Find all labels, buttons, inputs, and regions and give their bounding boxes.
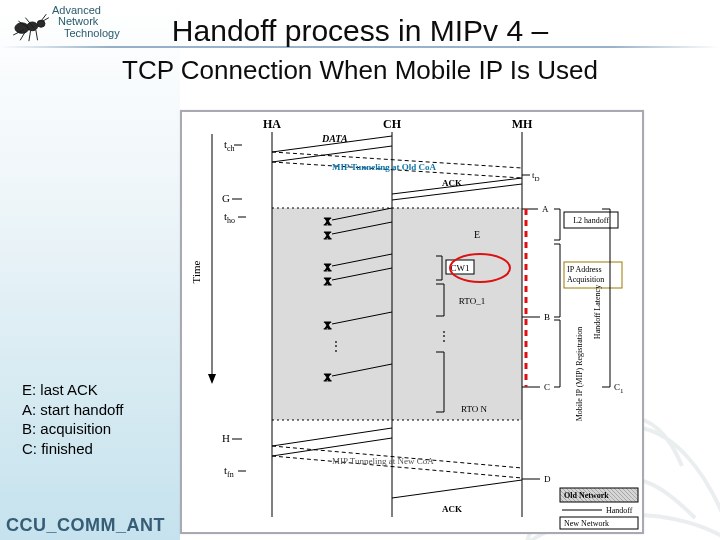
svg-text:A: A bbox=[542, 204, 549, 214]
svg-text:Acquisition: Acquisition bbox=[567, 275, 604, 284]
svg-text:Handoff Latency: Handoff Latency bbox=[593, 285, 602, 339]
svg-text:H: H bbox=[222, 432, 230, 444]
svg-text:ACK: ACK bbox=[442, 504, 462, 514]
handoff-shade bbox=[272, 208, 522, 420]
legend-box: E: last ACK A: start handoff B: acquisit… bbox=[22, 380, 123, 458]
svg-text:X: X bbox=[324, 230, 332, 241]
svg-text:Handoff: Handoff bbox=[606, 506, 633, 515]
col-ch: CH bbox=[383, 117, 402, 131]
svg-text:X: X bbox=[324, 276, 332, 287]
footer-label: CCU_COMM_ANT bbox=[6, 515, 165, 536]
slide-title-line2: TCP Connection When Mobile IP Is Used bbox=[0, 55, 720, 86]
diagram-key: Old Network Handoff New Network bbox=[560, 488, 638, 529]
svg-text:IP Address: IP Address bbox=[567, 265, 602, 274]
svg-text:B: B bbox=[544, 312, 550, 322]
time-axis: Time bbox=[190, 260, 202, 283]
svg-line-58 bbox=[272, 438, 392, 456]
legend-e: E: last ACK bbox=[22, 380, 123, 400]
svg-text:tch: tch bbox=[224, 138, 235, 153]
svg-text:MIP Tunneling at Old CoA: MIP Tunneling at Old CoA bbox=[332, 162, 437, 172]
brand-text: Advanced Network Technology bbox=[52, 5, 120, 40]
svg-text:C: C bbox=[544, 382, 550, 392]
svg-line-7 bbox=[36, 30, 38, 40]
svg-text:RTO N: RTO N bbox=[461, 404, 488, 414]
svg-text:tfn: tfn bbox=[224, 464, 234, 479]
svg-marker-15 bbox=[208, 374, 216, 384]
svg-text:G: G bbox=[222, 192, 230, 204]
svg-text:X: X bbox=[324, 372, 332, 383]
ant-icon bbox=[6, 2, 50, 42]
brand-logo: Advanced Network Technology bbox=[6, 2, 120, 42]
svg-text:X: X bbox=[324, 320, 332, 331]
svg-text:X: X bbox=[324, 262, 332, 273]
svg-text:New Network: New Network bbox=[564, 519, 609, 528]
svg-text:Mobile IP (MIP) Registration: Mobile IP (MIP) Registration bbox=[575, 327, 584, 422]
svg-text:tho: tho bbox=[224, 210, 235, 225]
svg-point-2 bbox=[37, 20, 45, 27]
svg-line-61 bbox=[392, 480, 522, 498]
col-mh: MH bbox=[512, 117, 533, 131]
svg-text:L2 handoff: L2 handoff bbox=[573, 216, 609, 225]
svg-text:tD: tD bbox=[532, 170, 540, 183]
svg-text:RTO_1: RTO_1 bbox=[459, 296, 485, 306]
sequence-diagram: HA CH MH Time tch G tho H tfn DATA MIP T… bbox=[180, 110, 644, 534]
svg-text:⋮: ⋮ bbox=[438, 329, 450, 343]
svg-text:MIP Tunneling at New CoA: MIP Tunneling at New CoA bbox=[332, 456, 434, 466]
svg-text:X: X bbox=[324, 216, 332, 227]
svg-text:⋮: ⋮ bbox=[330, 339, 342, 353]
svg-text:ACK: ACK bbox=[442, 178, 462, 188]
svg-text:C1: C1 bbox=[614, 382, 624, 395]
svg-point-0 bbox=[15, 23, 29, 33]
svg-text:E: E bbox=[474, 229, 480, 240]
svg-line-6 bbox=[29, 31, 31, 41]
svg-line-28 bbox=[272, 146, 392, 162]
svg-line-56 bbox=[272, 428, 392, 446]
legend-c: C: finished bbox=[22, 439, 123, 459]
legend-b: B: acquisition bbox=[22, 419, 123, 439]
svg-text:D: D bbox=[544, 474, 551, 484]
svg-text:Old Network: Old Network bbox=[564, 491, 609, 500]
legend-a: A: start handoff bbox=[22, 400, 123, 420]
col-ha: HA bbox=[263, 117, 281, 131]
svg-text:DATA: DATA bbox=[321, 133, 348, 144]
svg-text:CW1: CW1 bbox=[451, 263, 470, 273]
